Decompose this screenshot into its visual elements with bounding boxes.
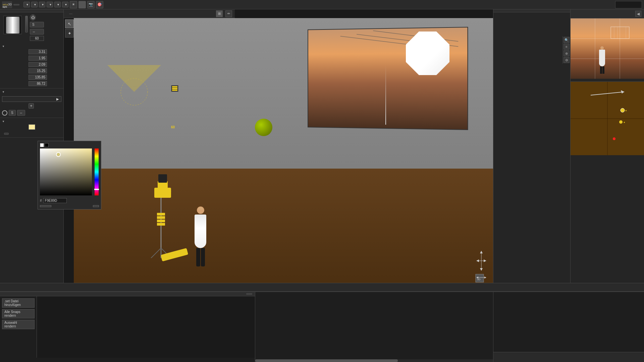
topbar: set.a. light 3D ▾ ▾ ▾ ▾ ▾ ▾ ☀ 📷 🎯 <box>0 0 644 9</box>
height-input[interactable] <box>29 62 47 67</box>
topbar-right <box>615 1 642 8</box>
grid-view-btn[interactable]: ⊞ <box>216 10 223 17</box>
settings-setlist-icon[interactable]: ⚙ <box>564 57 570 63</box>
variants-collapse-icon: ▼ <box>2 90 5 94</box>
intensity-slider[interactable] <box>25 16 28 33</box>
aperture-dropdown[interactable]: ▾ <box>62 2 68 7</box>
pos-y-input[interactable] <box>29 56 47 61</box>
iso-dropdown[interactable]: ▾ <box>54 2 61 7</box>
lightformer-arrow: ▶ <box>56 97 59 101</box>
logo-btn[interactable] <box>13 4 19 5</box>
picker-ok-btn[interactable] <box>40 205 51 207</box>
pos-x-input[interactable] <box>29 49 47 54</box>
control-overlay <box>171 85 178 92</box>
hex-row: # <box>40 198 99 203</box>
power-toggle[interactable]: ⏻ <box>30 14 36 20</box>
figure-penelope <box>195 206 206 266</box>
octagon-reflector <box>406 32 449 75</box>
transform-section-title[interactable]: ▼ <box>2 44 61 49</box>
ratio-arrow: ▾ <box>34 3 36 6</box>
light-preview-thumb <box>3 16 22 34</box>
svg-text:light: light <box>3 6 7 8</box>
camera-preview <box>571 18 644 79</box>
fullframe-dropdown[interactable]: ▾ <box>23 2 30 7</box>
color-foil-row <box>2 124 61 130</box>
power-circle-btn[interactable] <box>2 110 7 116</box>
white-swatch[interactable] <box>40 143 44 147</box>
svg-marker-26 <box>480 268 483 271</box>
zoom-setlist-icon[interactable]: ⊕ <box>564 50 570 56</box>
picker-cancel-btn[interactable] <box>93 205 99 207</box>
s-power-btn[interactable]: S <box>9 110 16 116</box>
transform-arrows-icon[interactable] <box>476 251 486 272</box>
color-hue-slider[interactable] <box>95 148 99 195</box>
pencil-view-btn[interactable]: ✏ <box>225 10 232 17</box>
light-shape-thumb <box>6 17 19 34</box>
hex-input[interactable] <box>43 198 67 203</box>
ratio-dropdown[interactable]: ▾ <box>31 2 38 7</box>
lens-dropdown[interactable]: ▾ <box>39 2 45 7</box>
svg-text:✦: ✦ <box>625 109 627 112</box>
svg-rect-15 <box>157 223 165 226</box>
camera-figure <box>599 46 605 74</box>
set-file-btn[interactable]: .set Dateihinzufügen <box>2 298 35 308</box>
position-y-row <box>2 55 61 61</box>
add-blitzkopf-btn[interactable]: + <box>29 103 34 109</box>
camera-icon-btn[interactable]: 📷 <box>87 1 95 8</box>
photo-viewer-btn[interactable] <box>493 352 644 362</box>
camera-collapse-icon[interactable]: ◀ <box>635 11 641 17</box>
lens-arrow: ▾ <box>42 3 44 6</box>
timeline-section: .set Dateihinzufügen Alle Snapsrendern A… <box>0 292 255 362</box>
selection-render-btn[interactable]: Auswahlrendern <box>2 320 35 329</box>
scale-icon[interactable] <box>476 274 486 282</box>
svg-text:set.a.: set.a. <box>3 3 8 6</box>
bw-btn[interactable] <box>78 1 86 8</box>
hue-cursor <box>94 189 99 190</box>
filter-setlist-icon[interactable]: ≡ <box>564 44 570 50</box>
svg-marker-27 <box>476 259 479 262</box>
lightformer-dropdown[interactable]: ▶ <box>2 96 61 102</box>
sun-icon-btn[interactable]: ☀ <box>70 1 77 8</box>
rotation-row <box>2 80 61 87</box>
apply-btn[interactable] <box>246 293 252 295</box>
light-strip-container <box>255 292 493 362</box>
setlist-panel: 🔍 ≡ ⊕ ⚙ <box>493 9 570 292</box>
color-gradient-area[interactable] <box>40 148 92 195</box>
color-section: ▼ <box>0 118 63 138</box>
color-section-title[interactable]: ▼ <box>2 119 61 124</box>
variants-section-title[interactable]: ▼ <box>2 90 61 94</box>
panel-header <box>0 9 63 12</box>
snapshot-icon-btn[interactable]: 🎯 <box>96 1 103 8</box>
direction-input[interactable] <box>29 75 47 80</box>
shutter-dropdown[interactable]: ▾ <box>47 2 53 7</box>
transform-tool-btn[interactable]: ✦ <box>65 29 74 38</box>
black-swatch[interactable] <box>45 143 49 147</box>
svg-rect-12 <box>157 213 165 216</box>
studio-color-btn[interactable] <box>4 133 9 135</box>
strip-scrollbar[interactable] <box>255 359 493 362</box>
transform-collapse-icon: ▼ <box>2 45 5 48</box>
svg-marker-30 <box>476 277 478 279</box>
top-view-svg: ✦ ✦ <box>571 82 644 155</box>
tilt-input[interactable] <box>29 68 47 73</box>
timeline-header <box>0 292 255 296</box>
main-viewport[interactable]: 3D <box>74 18 493 292</box>
iso-arrow: ▾ <box>57 3 59 6</box>
light-preview-area: ⏻ S ↔ 60 <box>0 12 63 43</box>
select-tool-btn[interactable]: ↖ <box>65 19 74 28</box>
light-stand-svg <box>148 164 174 258</box>
all-snaps-btn[interactable]: Alle Snapsrendern <box>2 309 35 318</box>
expand-power-btn[interactable]: ↔ <box>17 110 25 116</box>
search-setlist-icon[interactable]: 🔍 <box>564 37 570 43</box>
expand-btn[interactable]: ↔ <box>30 29 44 35</box>
direction-row <box>2 74 61 80</box>
rotation-input[interactable] <box>29 81 47 86</box>
value-input[interactable]: 60 <box>30 36 44 41</box>
photo-viewer-area <box>493 292 644 362</box>
lightformer-row <box>2 94 61 96</box>
strip-scrollbar-thumb[interactable] <box>255 359 398 362</box>
setlist-header <box>493 9 570 12</box>
s-btn[interactable]: S <box>30 22 44 27</box>
subheader: — ⊞ ✏ <box>64 9 235 18</box>
color-swatch[interactable] <box>29 124 35 130</box>
